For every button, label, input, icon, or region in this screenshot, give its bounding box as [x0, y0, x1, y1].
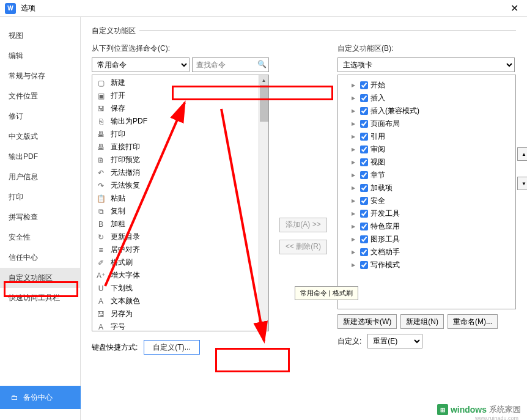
tree-checkbox[interactable]	[360, 197, 368, 205]
tree-checkbox[interactable]	[360, 171, 368, 179]
list-item[interactable]: ⧉复制	[92, 205, 268, 218]
tree-row[interactable]: ▶视图	[341, 156, 513, 169]
list-item[interactable]: U下划线▶	[92, 282, 268, 295]
expand-icon[interactable]: ▶	[352, 262, 358, 268]
expand-icon[interactable]: ▶	[352, 224, 358, 229]
expand-icon[interactable]: ▶	[352, 160, 358, 165]
sidebar-item[interactable]: 常规与保存	[0, 66, 80, 86]
list-item[interactable]: 🖫保存	[92, 102, 268, 115]
close-icon[interactable]: ✕	[507, 1, 522, 15]
sidebar-item[interactable]: 中文版式	[0, 127, 80, 147]
kbd-customize-button[interactable]: 自定义(T)...	[144, 340, 199, 355]
tree-checkbox[interactable]	[360, 107, 368, 115]
tree-row[interactable]: ▶页面布局	[341, 117, 513, 130]
sidebar-item[interactable]: 打印	[0, 187, 80, 207]
tree-checkbox[interactable]	[360, 81, 368, 89]
move-up-button[interactable]: ▲	[517, 147, 527, 161]
command-icon: ↷	[96, 182, 106, 190]
backup-center-button[interactable]: 🗀 备份中心	[0, 386, 81, 409]
rename-button[interactable]: 重命名(M)...	[448, 314, 498, 329]
sidebar-item[interactable]: 拼写检查	[0, 207, 80, 227]
tree-checkbox[interactable]	[360, 210, 368, 218]
commands-listbox[interactable]: ▢新建▣打开🖫保存⎘输出为PDF🖶打印🖶直接打印🗎打印预览↶无法撤消▶↷无法恢复…	[92, 75, 269, 331]
tree-row[interactable]: ▶图形工具	[341, 233, 513, 246]
list-item[interactable]: 🖶直接打印	[92, 141, 268, 153]
list-item[interactable]: ↻更新目录	[92, 230, 268, 243]
tree-row[interactable]: ▶章节	[341, 169, 513, 182]
list-item[interactable]: ⎘输出为PDF	[92, 115, 268, 128]
new-tab-button[interactable]: 新建选项卡(W)	[337, 314, 397, 329]
tree-row[interactable]: ▶加载项	[341, 182, 513, 194]
tree-checkbox[interactable]	[360, 158, 368, 166]
tree-row[interactable]: ▶安全	[341, 194, 513, 207]
reset-select[interactable]: 重置(E)	[367, 334, 422, 348]
sidebar-item[interactable]: 文件位置	[0, 86, 80, 106]
expand-icon[interactable]: ▶	[352, 198, 358, 204]
expand-icon[interactable]: ▶	[352, 185, 358, 191]
expand-icon[interactable]: ▶	[352, 249, 358, 255]
expand-icon[interactable]: ▶	[352, 211, 358, 216]
scroll-up-icon[interactable]: ▲	[259, 75, 268, 85]
expand-icon[interactable]: ▶	[352, 237, 358, 242]
list-item[interactable]: 🖫另存为▶	[92, 308, 268, 320]
tree-checkbox[interactable]	[360, 120, 368, 128]
list-item[interactable]: 🖶打印	[92, 128, 268, 141]
search-icon[interactable]: 🔍	[257, 60, 267, 68]
list-item[interactable]: ✐格式刷▶	[92, 256, 268, 269]
tree-row[interactable]: ▶写作模式	[341, 259, 513, 271]
ribbon-tree[interactable]: ▶开始▶插入▶插入(兼容模式)▶页面布局▶引用▶审阅▶视图▶章节▶加载项▶安全▶…	[337, 75, 516, 309]
list-item[interactable]: 📋粘贴	[92, 192, 268, 205]
sidebar-item[interactable]: 输出PDF	[0, 147, 80, 167]
sidebar-item[interactable]: 视图	[0, 26, 80, 46]
list-item[interactable]: A⁺增大字体	[92, 269, 268, 282]
remove-button[interactable]: << 删除(R)	[279, 240, 327, 254]
list-item[interactable]: A文本颜色▶	[92, 295, 268, 308]
tree-row[interactable]: ▶审阅	[341, 143, 513, 156]
expand-icon[interactable]: ▶	[352, 95, 358, 101]
tree-checkbox[interactable]	[360, 184, 368, 192]
list-item[interactable]: ▣打开	[92, 89, 268, 102]
list-item[interactable]: B加粗	[92, 218, 268, 230]
ribbon-target-select[interactable]: 主选项卡	[337, 57, 515, 72]
tree-checkbox[interactable]	[360, 146, 368, 153]
scrollbar[interactable]: ▲ ▼	[259, 75, 268, 331]
tree-row[interactable]: ▶引用	[341, 130, 513, 143]
sidebar-item[interactable]: 自定义功能区	[0, 268, 80, 288]
sidebar-item[interactable]: 修订	[0, 106, 80, 127]
tree-row[interactable]: ▶插入(兼容模式)	[341, 105, 513, 117]
expand-icon[interactable]: ▶	[352, 108, 358, 114]
sidebar-item[interactable]: 快速访问工具栏	[0, 288, 80, 308]
tree-checkbox[interactable]	[360, 94, 368, 102]
list-item[interactable]: ≡居中对齐	[92, 243, 268, 256]
list-item[interactable]: 🗎打印预览	[92, 153, 268, 166]
scroll-thumb[interactable]	[260, 85, 268, 122]
sidebar-item[interactable]: 用户信息	[0, 167, 80, 187]
list-item[interactable]: A字号▶	[92, 320, 268, 331]
sidebar-item[interactable]: 信任中心	[0, 248, 80, 268]
tree-checkbox[interactable]	[360, 223, 368, 230]
tree-row[interactable]: ▶插入	[341, 92, 513, 105]
tree-row[interactable]: ▶开发工具	[341, 207, 513, 220]
move-down-button[interactable]: ▼	[517, 177, 527, 190]
expand-icon[interactable]: ▶	[352, 147, 358, 152]
list-item[interactable]: ↶无法撤消▶	[92, 166, 268, 179]
expand-icon[interactable]: ▶	[352, 121, 358, 127]
tree-checkbox[interactable]	[360, 133, 368, 141]
tree-checkbox[interactable]	[360, 248, 368, 256]
list-item[interactable]: ▢新建	[92, 76, 268, 89]
scroll-down-icon[interactable]: ▼	[259, 321, 268, 331]
tree-row[interactable]: ▶文档助手	[341, 246, 513, 259]
tree-checkbox[interactable]	[360, 235, 368, 243]
expand-icon[interactable]: ▶	[352, 83, 358, 88]
tree-checkbox[interactable]	[360, 261, 368, 269]
tree-row[interactable]: ▶开始	[341, 79, 513, 92]
tree-row[interactable]: ▶特色应用	[341, 220, 513, 233]
expand-icon[interactable]: ▶	[352, 172, 358, 178]
sidebar-item[interactable]: 编辑	[0, 46, 80, 66]
expand-icon[interactable]: ▶	[352, 134, 358, 139]
commands-source-select[interactable]: 常用命令	[92, 57, 190, 72]
list-item[interactable]: ↷无法恢复	[92, 179, 268, 192]
add-button[interactable]: 添加(A) >>	[279, 218, 327, 232]
new-group-button[interactable]: 新建组(N)	[400, 314, 444, 329]
sidebar-item[interactable]: 安全性	[0, 227, 80, 248]
